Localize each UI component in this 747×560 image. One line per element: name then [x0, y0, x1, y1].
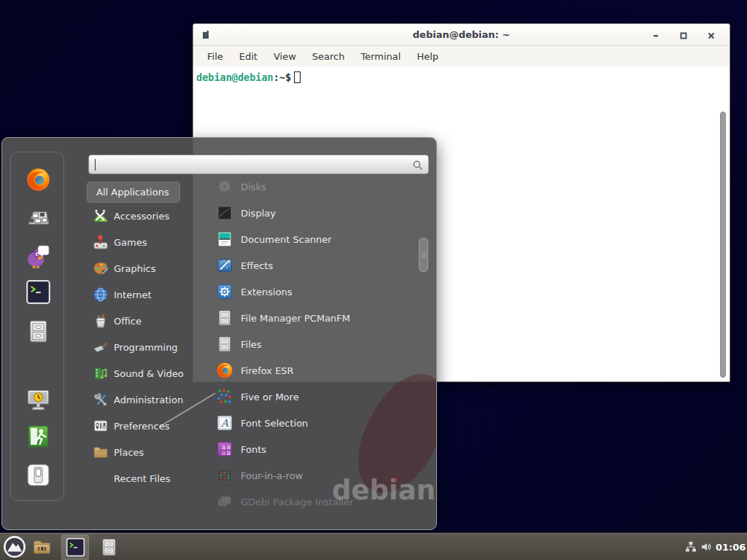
svg-text:a: a — [227, 449, 231, 456]
four-in-a-row-icon — [216, 467, 233, 484]
minimize-button[interactable] — [650, 30, 662, 42]
file-manager-launcher[interactable] — [99, 537, 119, 557]
effects-icon — [216, 257, 233, 274]
category-recent-files[interactable]: Recent Files — [87, 465, 200, 491]
category-preferences[interactable]: Preferences — [87, 413, 200, 439]
menu-help[interactable]: Help — [409, 51, 446, 62]
volume-icon[interactable] — [700, 541, 712, 553]
category-label: Recent Files — [114, 473, 171, 484]
folder-icon — [32, 537, 52, 557]
preferences-icon — [93, 418, 109, 434]
sound-video-icon — [93, 365, 109, 381]
category-programming[interactable]: Programming — [87, 334, 200, 360]
sidebar-lock-screen-button[interactable] — [24, 385, 52, 413]
app-extensions[interactable]: Extensions — [209, 279, 418, 305]
app-label: File Manager PCManFM — [241, 313, 350, 324]
administration-icon — [93, 392, 109, 408]
category-label: Office — [114, 316, 142, 327]
terminal-icon — [66, 537, 85, 557]
search-icon — [412, 160, 423, 171]
terminal-taskbar-button[interactable] — [61, 534, 89, 560]
menu-button[interactable] — [3, 535, 26, 559]
app-font-selection[interactable]: A Font Selection — [209, 410, 418, 436]
app-list-scrollbar[interactable] — [419, 238, 428, 272]
sidebar-log-out-button[interactable] — [24, 422, 52, 450]
terminal-menubar: File Edit View Search Terminal Help — [193, 46, 729, 66]
app-four-in-a-row[interactable]: Four-in-a-row — [209, 462, 418, 489]
app-label: Effects — [241, 260, 273, 271]
app-label: Four-in-a-row — [241, 470, 303, 481]
maximize-button[interactable] — [678, 30, 689, 42]
app-gdebi-package-installer[interactable]: GDebi Package Installer — [209, 489, 418, 515]
taskbar-clock[interactable]: 01:06 — [716, 533, 746, 560]
network-icon[interactable] — [685, 541, 697, 553]
font-selection-icon: A — [216, 414, 233, 432]
category-games[interactable]: Games — [87, 229, 200, 255]
five-or-more-icon — [216, 388, 233, 405]
internet-globe-icon — [93, 287, 109, 303]
category-sound-video[interactable]: Sound & Video — [87, 360, 200, 386]
app-label: Disks — [241, 182, 266, 192]
category-label: Administration — [114, 394, 183, 405]
category-label: All Applications — [96, 187, 169, 198]
prompt-user-host: debian@debian — [196, 71, 274, 83]
accessories-icon — [93, 208, 109, 224]
gdebi-icon — [216, 493, 233, 510]
menu-search-input[interactable] — [88, 155, 429, 174]
sidebar-terminal-button[interactable] — [24, 278, 52, 306]
menu-terminal[interactable]: Terminal — [352, 51, 409, 62]
category-all-applications[interactable]: All Applications — [87, 182, 180, 203]
app-effects[interactable]: Effects — [209, 252, 418, 279]
category-accessories[interactable]: Accessories — [87, 203, 200, 229]
log-out-icon — [26, 424, 51, 449]
app-label: Document Scanner — [241, 234, 332, 245]
control-center-icon — [26, 205, 51, 230]
file-cabinet-icon — [216, 309, 233, 327]
sidebar-file-manager-button[interactable] — [24, 317, 52, 345]
app-display[interactable]: Display — [209, 200, 418, 226]
menu-file[interactable]: File — [199, 51, 231, 62]
category-label: Sound & Video — [114, 368, 184, 379]
category-graphics[interactable]: Graphics — [87, 255, 200, 281]
menu-search[interactable]: Search — [304, 51, 353, 62]
close-button[interactable] — [705, 30, 717, 42]
sidebar-pidgin-button[interactable] — [24, 242, 52, 270]
category-administration[interactable]: Administration — [87, 386, 200, 413]
app-label: Five or More — [241, 392, 299, 402]
folder-launcher[interactable] — [32, 537, 52, 557]
app-files[interactable]: Files — [209, 331, 418, 357]
category-label: Accessories — [114, 211, 169, 222]
menu-view[interactable]: View — [266, 51, 304, 62]
lock-screen-icon — [26, 386, 51, 412]
disks-icon — [216, 178, 233, 195]
pidgin-icon — [26, 244, 51, 269]
terminal-scrollbar[interactable] — [720, 112, 726, 378]
firefox-icon — [216, 362, 233, 379]
app-fonts[interactable]: a a a a Fonts — [209, 436, 418, 462]
file-cabinet-icon — [216, 335, 233, 353]
programming-icon — [93, 339, 109, 355]
app-label: Files — [241, 339, 262, 350]
sidebar-firefox-button[interactable] — [24, 166, 52, 193]
document-scanner-icon — [216, 230, 233, 248]
desktop: debian@debian: ~ File Edit View Search T… — [0, 0, 747, 560]
category-internet[interactable]: Internet — [87, 281, 200, 308]
category-label: Programming — [114, 342, 178, 353]
terminal-titlebar[interactable]: debian@debian: ~ — [193, 24, 729, 46]
app-document-scanner[interactable]: Document Scanner — [209, 226, 418, 252]
category-label: Graphics — [114, 263, 155, 274]
app-firefox-esr[interactable]: Firefox ESR — [209, 357, 418, 384]
category-places[interactable]: Places — [87, 439, 200, 465]
app-file-manager-pcmanfm[interactable]: File Manager PCManFM — [209, 305, 418, 331]
file-cabinet-icon — [26, 319, 51, 344]
graphics-icon — [93, 260, 109, 276]
app-five-or-more[interactable]: Five or More — [209, 384, 418, 410]
taskbar: 01:06 — [0, 532, 747, 560]
minimize-icon — [652, 32, 659, 39]
menu-edit[interactable]: Edit — [231, 51, 266, 62]
sidebar-control-center-button[interactable] — [24, 203, 52, 231]
category-office[interactable]: Office — [87, 308, 200, 334]
sidebar-shut-down-button[interactable] — [24, 461, 52, 489]
app-label: Font Selection — [241, 418, 308, 429]
app-disks[interactable]: Disks — [209, 174, 418, 200]
